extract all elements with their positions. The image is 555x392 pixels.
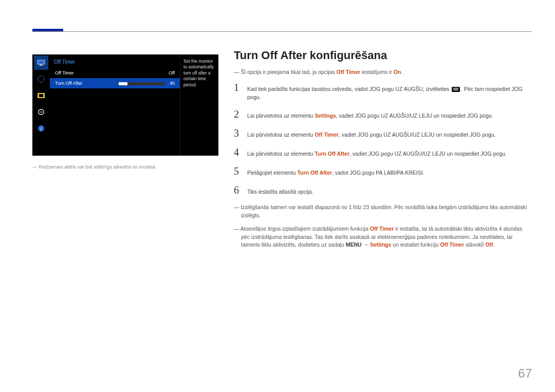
svg-text:i: i: [41, 126, 42, 132]
osd-slider-fill: [119, 82, 127, 85]
gear-icon: [34, 105, 48, 119]
osd-row-value: Off: [169, 70, 175, 76]
text: stāvoklī: [464, 241, 485, 248]
step-text: Lai pārvietotos uz elementu Settings, va…: [247, 110, 493, 120]
text: iestatījums ir: [360, 69, 394, 75]
text: Lai pārvietotos uz elementu: [247, 113, 314, 119]
step-text: Kad tiek parādīts funkcijas taustiņu ceļ…: [247, 83, 532, 102]
svg-rect-0: [38, 60, 45, 64]
text: un iestatiet funkciju: [391, 241, 440, 248]
highlight: Turn Off After: [314, 151, 349, 157]
highlight: Off Timer: [337, 69, 360, 75]
page-title: Turn Off After konfigurēšana: [234, 49, 532, 62]
text: Lai pārvietotos uz elementu: [247, 132, 314, 138]
svg-point-2: [38, 76, 44, 82]
osd-title: Off Timer: [50, 57, 180, 68]
bold: MENU: [346, 241, 362, 248]
right-column: Turn Off After konfigurēšana ― Šī opcija…: [234, 49, 532, 254]
step-text: Lai pārvietotos uz elementu Off Timer, v…: [247, 129, 496, 139]
text: Lai pārvietotos uz elementu: [247, 151, 314, 157]
osd-row-value: 4h: [170, 81, 175, 86]
svg-rect-1: [40, 65, 43, 66]
steps-list: 1 Kad tiek parādīts funkcijas taustiņu c…: [234, 82, 532, 197]
osd-row-turnoffafter: Turn Off After 4h: [50, 78, 180, 88]
step-1: 1 Kad tiek parādīts funkcijas taustiņu c…: [234, 82, 532, 102]
highlight: On: [394, 69, 401, 75]
resize-icon: [34, 88, 48, 103]
step-2: 2 Lai pārvietotos uz elementu Settings, …: [234, 108, 532, 120]
left-footnote: ― Redzamais attēls var būt atšķirīgs atk…: [32, 164, 218, 170]
text: ― Šī opcija ir pieejama tikai tad, ja op…: [234, 69, 337, 75]
text: ― Atsevišķos tirgos izplatītajiem izstrā…: [234, 226, 370, 232]
highlight: Off Timer: [370, 226, 394, 232]
osd-row-offtimer: Off Timer Off: [50, 68, 180, 78]
osd-description: Set the monitor to automatically turn of…: [180, 54, 218, 156]
text: Kad tiek parādīts funkcijas taustiņu ceļ…: [247, 86, 451, 92]
svg-rect-4: [39, 94, 43, 97]
menu-icon: [452, 87, 460, 92]
intro-note: ― Šī opcija ir pieejama tikai tad, ja op…: [234, 68, 532, 77]
step-text: Pielāgojiet elementu Turn Off After, vad…: [247, 167, 424, 177]
highlight: Off Timer: [314, 132, 338, 138]
highlight: Settings: [314, 113, 336, 119]
highlight: Settings: [370, 241, 391, 248]
text: .: [493, 241, 495, 248]
step-number: 6: [234, 184, 247, 196]
osd-slider: [119, 82, 165, 85]
text: , vadot JOG pogu PA LABI/PA KREISI.: [332, 170, 424, 176]
step-3: 3 Lai pārvietotos uz elementu Off Timer,…: [234, 127, 532, 139]
osd-screenshot: i Off Timer Off Timer Off Turn Off After…: [32, 54, 218, 156]
highlight: Turn Off After: [297, 170, 332, 176]
step-text: Tiks iestatīta atlasītā opcija.: [247, 186, 313, 196]
step-6: 6 Tiks iestatīta atlasītā opcija.: [234, 184, 532, 196]
osd-row-label: Turn Off After: [55, 81, 83, 86]
text: , vadiet JOG pogu UZ AUGŠU/UZ LEJU un no…: [349, 151, 507, 157]
highlight: Off Timer: [440, 241, 464, 248]
header-rule: [32, 31, 532, 35]
svg-point-6: [41, 111, 42, 113]
info-icon: i: [34, 121, 48, 136]
osd-row-label: Off Timer: [55, 70, 74, 76]
text: , vadiet JOG pogu UZ AUGŠU/UZ LEJU un no…: [336, 113, 493, 119]
text: Pielāgojiet elementu: [247, 170, 297, 176]
step-4: 4 Lai pārvietotos uz elementu Turn Off A…: [234, 146, 532, 158]
step-number: 3: [234, 127, 247, 139]
footnote-1: ― Izslēgšanās taimeri var iestatīt diapa…: [234, 203, 532, 220]
page-number: 67: [518, 366, 532, 381]
step-number: 5: [234, 165, 247, 177]
osd-slider-wrap: 4h: [116, 81, 175, 86]
step-text: Lai pārvietotos uz elementu Turn Off Aft…: [247, 148, 507, 158]
monitor-icon: [34, 55, 48, 70]
left-column: i Off Timer Off Timer Off Turn Off After…: [32, 54, 218, 170]
step-number: 1: [234, 82, 247, 94]
step-number: 4: [234, 146, 247, 158]
picture-icon: [34, 72, 48, 86]
text: , vadiet JOG pogu UZ AUGŠU/UZ LEJU un no…: [339, 132, 496, 138]
footnote-2: ― Atsevišķos tirgos izplatītajiem izstrā…: [234, 225, 532, 249]
osd-icon-strip: i: [32, 54, 50, 156]
osd-main: Off Timer Off Timer Off Turn Off After 4…: [50, 54, 180, 156]
highlight: Off: [485, 241, 493, 248]
text: .: [401, 69, 402, 75]
step-5: 5 Pielāgojiet elementu Turn Off After, v…: [234, 165, 532, 177]
step-number: 2: [234, 108, 247, 120]
arrow-icon: →: [362, 241, 370, 248]
